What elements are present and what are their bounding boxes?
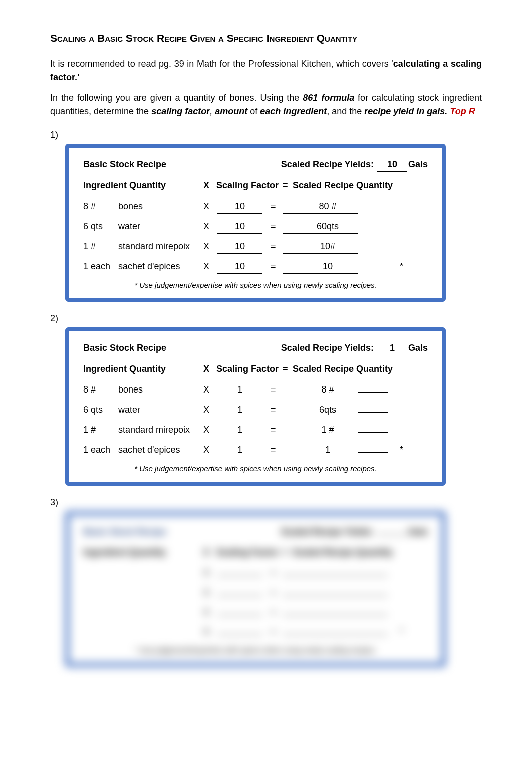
problem-3-label: 3) [50,496,482,509]
r3-sf-0 [217,575,262,576]
r1-sf-1: 10 [217,220,262,234]
r3-sf-3 [217,634,262,635]
problem-1-label: 1) [50,128,482,142]
r3-res-2 [283,615,358,615]
r1-tail-3 [358,269,388,269]
card-3-yield: Scaled Recipe Yields: Gals [281,525,428,539]
r3-res-0 [283,575,358,576]
r3-sf-1 [217,595,262,596]
intro-p2-j: recipe yield in gals. [364,106,447,116]
recipe-card-1-wrap: Basic Stock Recipe Scaled Recipe Yields:… [50,144,482,302]
r2-x-2: X [203,423,212,437]
yield-1-value: 10 [377,158,407,172]
r1-sf-3: 10 [217,260,262,274]
r2-eq-3: = [268,443,283,457]
sub3-eq: = [283,546,293,559]
yield-label: Scaled Recipe Yields: [281,159,374,169]
card-3-subheader: Ingredient Quantity X Scaling Factor = S… [83,546,428,559]
r2-tail-1 [358,412,388,413]
recipe-card-3: Basic Stock Recipe Scaled Recipe Yields:… [65,511,446,667]
r2-qty-3: 1 each [83,443,118,457]
r3-sf-2 [217,615,262,615]
r1-res-3: 10 [283,260,358,274]
recipe-card-2-wrap: Basic Stock Recipe Scaled Recipe Yields:… [50,327,482,486]
r2-qty-0: 8 # [83,383,118,397]
r1-row-1: 6 qts water X 10 = 60qts [83,220,428,234]
sub-srq: Scaled Recipe Quantity [293,179,393,192]
r2-name-2: standard mirepoix [118,423,203,437]
card-2-header: Basic Stock Recipe Scaled Recipe Yields:… [83,341,428,355]
r1-sf-2: 10 [217,240,262,254]
r3-eq-1: = [268,586,283,600]
card-1-subheader: Ingredient Quantity X Scaling Factor = S… [83,179,428,192]
r2-eq-0: = [268,383,283,397]
r3-tail-1 [358,595,388,596]
r3-eq-2: = [268,606,283,619]
r3-tail-3 [358,634,388,635]
intro-p2-d: scaling factor [151,106,210,116]
r3-tail-0 [358,575,388,576]
r2-name-1: water [118,403,203,417]
r3-tail-2 [358,615,388,615]
r2-tail-3 [358,452,388,453]
r3-row-3: X = * [83,625,428,639]
r2-tail-0 [358,392,388,393]
intro-p2: In the following you are given a quantit… [50,91,482,118]
intro-p2-k: Top R [447,106,475,116]
r2-sf-1: 1 [217,403,262,417]
r1-name-2: standard mirepoix [118,240,203,253]
r1-eq-0: = [268,200,283,213]
intro-p2-e: , [210,106,215,116]
r1-row-3: 1 each sachet d'epices X 10 = 10* [83,260,428,274]
r2-x-0: X [203,383,212,397]
sub-ingredient-qty: Ingredient Quantity [83,179,203,192]
r3-res-3 [283,634,358,635]
r2-row-3: 1 each sachet d'epices X 1 = 1* [83,443,428,457]
card-2-footnote: * Use judgement/expertise with spices wh… [83,463,428,475]
r1-qty-2: 1 # [83,240,118,253]
yield-label-2: Scaled Recipe Yields: [281,343,374,353]
sub2-ingredient-qty: Ingredient Quantity [83,362,203,376]
r1-tail-0 [358,209,388,209]
card-3-header: Basic Stock Recipe Scaled Recipe Yields:… [83,525,428,539]
card-2-subheader: Ingredient Quantity X Scaling Factor = S… [83,362,428,376]
r2-res-2: 1 # [283,423,358,437]
intro-p2-f: amount [215,106,247,116]
r1-res-1: 60qts [283,220,358,234]
r3-x-2: X [203,606,212,619]
r1-tail-2 [358,249,388,249]
r3-row-2: X = [83,606,428,619]
card-1-header: Basic Stock Recipe Scaled Recipe Yields:… [83,158,428,172]
intro-p2-a: In the following you are given a quantit… [50,93,303,103]
r3-row-1: X = [83,586,428,600]
sub3-ingredient-qty: Ingredient Quantity [83,546,203,559]
intro-block: It is recommended to read pg. 39 in Math… [50,57,482,118]
r2-row-1: 6 qts water X 1 = 6qts [83,403,428,417]
sub2-sf: Scaling Factor [212,362,283,376]
yield-3-value [377,534,407,535]
card-3-footnote: * Use judgement/expertise with spices wh… [83,645,428,656]
r2-qty-2: 1 # [83,423,118,437]
r1-res-0: 80 # [283,200,358,214]
r2-row-0: 8 # bones X 1 = 8 # [83,383,428,397]
sub3-sf: Scaling Factor [212,546,283,559]
intro-p2-b: 861 formula [303,93,354,103]
sub3-x: X [203,546,212,559]
sub-sf: Scaling Factor [212,179,283,192]
r2-eq-1: = [268,403,283,417]
yield-gals-2: Gals [408,343,428,353]
r1-eq-1: = [268,220,283,233]
r3-eq-3: = [268,625,283,639]
r2-sf-2: 1 [217,423,262,437]
r1-x-2: X [203,240,212,253]
r2-sf-0: 1 [217,383,262,397]
page-title: Scaling a Basic Stock Recipe Given a Spe… [50,30,482,46]
r3-eq-0: = [268,566,283,580]
r1-tail-1 [358,229,388,229]
r1-qty-1: 6 qts [83,220,118,233]
r3-row-0: X = [83,566,428,580]
r1-x-3: X [203,260,212,273]
r1-x-1: X [203,220,212,233]
r2-name-3: sachet d'epices [118,443,203,457]
card-1-title: Basic Stock Recipe [83,158,166,171]
